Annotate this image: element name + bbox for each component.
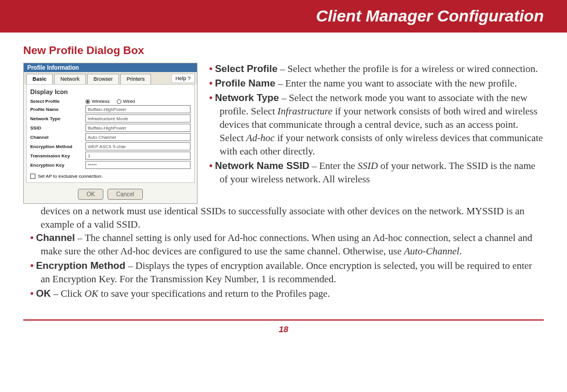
- label-profile-name: Profile Name: [30, 107, 85, 112]
- select-transmission-key[interactable]: 1: [85, 152, 191, 160]
- em-ok: OK: [85, 288, 99, 299]
- em-auto-channel: Auto-Channel: [404, 246, 459, 257]
- bullet-network-type: •Network Type – Select the network mode …: [209, 92, 544, 159]
- input-profile-name[interactable]: Buffalo-HighPower: [85, 105, 191, 113]
- content-area: New Profile Dialog Box Profile Informati…: [0, 33, 567, 308]
- label-transmission-key: Transmission Key: [30, 153, 85, 159]
- banner: Client Manager Configuration: [0, 0, 567, 33]
- row-transmission-key: Transmission Key 1: [30, 152, 191, 160]
- banner-title: Client Manager Configuration: [316, 7, 544, 25]
- em-ssid: SSID: [358, 160, 378, 171]
- section-title: New Profile Dialog Box: [23, 44, 544, 57]
- row-select-profile: Select Profile Wireless Wired: [30, 99, 191, 104]
- term-network-type: Network Type: [215, 92, 279, 103]
- checkbox-label: Set AP to exclusive connection.: [38, 174, 102, 179]
- label-encryption-key: Encryption Key: [30, 163, 85, 168]
- dialog-body: Display Icon Select Profile Wireless Wir…: [26, 84, 195, 183]
- bullet-dot-icon: •: [30, 288, 34, 299]
- text-ok-post: to save your specifications and return t…: [98, 288, 330, 299]
- bullet-ssid: •Network Name SSID – Enter the SSID of y…: [209, 160, 544, 186]
- radio-dot-icon: [85, 99, 90, 104]
- bullet-dot-icon: •: [209, 63, 213, 74]
- radio-wireless-label: Wireless: [92, 99, 110, 104]
- em-adhoc: Ad-hoc: [246, 132, 275, 143]
- bullet-dot-icon: •: [30, 232, 34, 243]
- tab-network[interactable]: Network: [54, 74, 86, 84]
- bullet-encryption: •Encryption Method – Displays the types …: [23, 260, 544, 286]
- dialog-tabs: Basic Network Browser Printers Help ?: [24, 72, 197, 84]
- bottom-bullets: devices on a network must use identical …: [23, 205, 544, 301]
- tab-browser[interactable]: Browser: [87, 74, 119, 84]
- select-channel[interactable]: Auto Channel: [85, 133, 191, 141]
- text-profile-name: – Enter the name you want to associate w…: [275, 78, 517, 89]
- text-ssid-pre: – Enter the: [309, 160, 357, 171]
- checkbox-exclusive[interactable]: Set AP to exclusive connection.: [30, 174, 191, 179]
- row-network-type: Network Type Infrastructure Mode: [30, 114, 191, 123]
- bullet-dot-icon: •: [30, 260, 34, 271]
- ssid-continuation: devices on a network must use identical …: [23, 205, 544, 232]
- radio-wired-label: Wired: [123, 99, 135, 104]
- tab-basic[interactable]: Basic: [26, 74, 53, 84]
- term-encryption: Encryption Method: [36, 260, 125, 271]
- footer-rule: [23, 319, 544, 321]
- bullet-select-profile: •Select Profile – Select whether the pro…: [209, 63, 544, 76]
- bullet-dot-icon: •: [209, 78, 213, 89]
- input-ssid[interactable]: Buffalo-HighPower: [85, 124, 191, 132]
- bullet-dot-icon: •: [209, 160, 213, 171]
- row-encryption-method: Encryption Method WEP ASCII 5-char: [30, 142, 191, 150]
- dialog-title: Profile Information: [24, 63, 197, 72]
- cancel-button[interactable]: Cancel: [107, 189, 143, 200]
- label-encryption-method: Encryption Method: [30, 144, 85, 149]
- top-block: Profile Information Basic Network Browse…: [23, 63, 544, 204]
- dialog-preview: Profile Information Basic Network Browse…: [23, 63, 198, 204]
- bullet-channel: •Channel – The channel setting is only u…: [23, 232, 544, 258]
- help-button[interactable]: Help ?: [171, 74, 195, 83]
- label-channel: Channel: [30, 135, 85, 140]
- radio-wireless[interactable]: Wireless: [85, 99, 110, 104]
- display-icon-label: Display Icon: [30, 88, 191, 95]
- text-select-profile: – Select whether the profile is for a wi…: [278, 63, 538, 74]
- checkbox-icon: [30, 174, 35, 179]
- ok-button[interactable]: OK: [78, 189, 103, 200]
- text-ok-pre: – Click: [51, 288, 84, 299]
- radio-group-connection: Wireless Wired: [85, 99, 191, 104]
- bullet-dot-icon: •: [209, 92, 213, 103]
- bullet-profile-name: •Profile Name – Enter the name you want …: [209, 77, 544, 91]
- select-network-type[interactable]: Infrastructure Mode: [85, 114, 191, 123]
- label-select-profile: Select Profile: [30, 99, 85, 104]
- term-select-profile: Select Profile: [215, 63, 278, 74]
- row-channel: Channel Auto Channel: [30, 133, 191, 141]
- term-profile-name: Profile Name: [215, 78, 275, 89]
- row-profile-name: Profile Name Buffalo-HighPower: [30, 105, 191, 113]
- select-encryption-method[interactable]: WEP ASCII 5-char: [85, 142, 191, 150]
- page-number: 18: [0, 324, 567, 334]
- bullet-ok: •OK – Click OK to save your specificatio…: [23, 287, 544, 301]
- label-network-type: Network Type: [30, 116, 85, 121]
- tab-printers[interactable]: Printers: [120, 74, 151, 84]
- row-encryption-key: Encryption Key *****: [30, 161, 191, 169]
- right-bullets: •Select Profile – Select whether the pro…: [209, 63, 544, 187]
- em-infrastructure: Infrastructure: [278, 106, 333, 117]
- text-channel-post: .: [460, 246, 462, 257]
- term-ssid: Network Name SSID: [215, 160, 310, 171]
- input-encryption-key[interactable]: *****: [85, 161, 191, 169]
- row-ssid: SSID Buffalo-HighPower: [30, 124, 191, 132]
- radio-wired[interactable]: Wired: [117, 99, 135, 104]
- term-channel: Channel: [36, 232, 75, 243]
- term-ok: OK: [36, 288, 51, 299]
- radio-dot-icon: [117, 99, 121, 104]
- label-ssid: SSID: [30, 125, 85, 131]
- dialog-button-row: OK Cancel: [24, 185, 197, 203]
